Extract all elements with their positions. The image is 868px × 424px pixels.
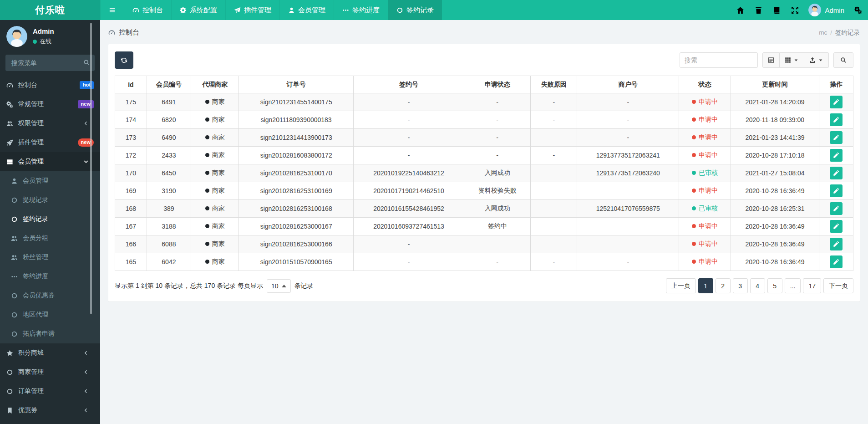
sidebar-item-points-mall[interactable]: 积分商城: [0, 343, 100, 363]
column-header-sign-no: 签约号: [353, 76, 464, 93]
submenu-item-member-coupons[interactable]: 会员优惠券: [0, 286, 100, 305]
home-icon[interactable]: [731, 0, 749, 20]
table-row[interactable]: 174 6820 商家 sign20111809390000183 - - - …: [115, 111, 853, 129]
submenu-item-member-manage[interactable]: 会员管理: [0, 171, 100, 190]
table-row[interactable]: 167 3188 商家 sign20102816253000167 202010…: [115, 218, 853, 235]
sidebar-item-plugin[interactable]: 插件管理 new: [0, 133, 100, 152]
table-search-input[interactable]: [680, 52, 758, 68]
next-page-button[interactable]: 下一页: [823, 278, 853, 293]
page-size-select[interactable]: 10: [267, 279, 291, 293]
sidebar-item-member[interactable]: 会员管理: [0, 152, 100, 171]
cell-member-no: 6820: [147, 111, 191, 129]
sidebar-item-orders[interactable]: 订单管理: [0, 382, 100, 401]
breadcrumb-parent[interactable]: mc: [819, 29, 827, 36]
detail-view-button[interactable]: [762, 52, 780, 68]
ellipsis-icon: [11, 273, 18, 280]
page-button-3[interactable]: 3: [733, 278, 748, 293]
top-menu-plugin[interactable]: 插件管理: [225, 0, 279, 20]
table-row[interactable]: 175 6491 商家 sign21012314551400175 - - - …: [115, 93, 853, 111]
top-menu-sign-progress[interactable]: 签约进度: [334, 0, 388, 20]
column-header-member-no: 会员编号: [147, 76, 191, 93]
table-row[interactable]: 165 6042 商家 sign20101510570900165 - - - …: [115, 253, 853, 271]
cell-merchant-no: 129137735172063240: [577, 164, 679, 182]
agent-dot-icon: [205, 171, 209, 175]
clear-cache-trash-icon[interactable]: [749, 0, 767, 20]
edit-button[interactable]: [830, 255, 843, 268]
edit-button[interactable]: [830, 131, 843, 144]
page-button-17[interactable]: 17: [803, 278, 821, 293]
status-badge: 申请中: [699, 222, 718, 230]
settings-gear-icon[interactable]: [849, 0, 867, 20]
prev-page-button[interactable]: 上一页: [666, 278, 696, 293]
cell-status: 申请中: [679, 182, 731, 200]
edit-button[interactable]: [830, 96, 843, 108]
search-icon: [840, 57, 847, 63]
cell-actions: [819, 218, 853, 235]
cell-status: 申请中: [679, 111, 731, 129]
caret-down-icon: [793, 57, 799, 63]
cell-merchant-no: 129137735172063241: [577, 147, 679, 164]
agent-dot-icon: [205, 189, 209, 193]
submenu-item-shop-applicant[interactable]: 拓店者申请: [0, 324, 100, 343]
submenu-item-region-agent[interactable]: 地区代理: [0, 305, 100, 324]
table-row[interactable]: 166 6088 商家 sign20102816253000166 - 申请中 …: [115, 235, 853, 253]
top-menu-member[interactable]: 会员管理: [279, 0, 334, 20]
cell-status: 申请中: [679, 218, 731, 235]
export-dropdown-button[interactable]: [804, 52, 829, 68]
sidebar-item-coupons[interactable]: 优惠券: [0, 401, 100, 420]
menu-search-input[interactable]: [5, 55, 95, 71]
edit-button[interactable]: [830, 149, 843, 162]
cell-actions: [819, 235, 853, 253]
submenu-item-sign-records[interactable]: 签约记录: [0, 209, 100, 229]
page-button-5[interactable]: 5: [767, 278, 782, 293]
top-menu-sign-records[interactable]: 签约记录: [388, 0, 442, 20]
table-row[interactable]: 170 6450 商家 sign20102816253100170 202010…: [115, 164, 853, 182]
refresh-button[interactable]: [115, 51, 133, 69]
cell-order-no: sign20102816253100168: [239, 200, 353, 218]
sidebar-item-auth[interactable]: 权限管理: [0, 114, 100, 133]
top-menu-system-config[interactable]: 系统配置: [171, 0, 225, 20]
page-button-1[interactable]: 1: [698, 278, 713, 293]
columns-dropdown-button[interactable]: [780, 52, 804, 68]
cell-agent: 商家: [191, 182, 239, 200]
submenu-item-sign-progress[interactable]: 签约进度: [0, 267, 100, 286]
top-menu-dashboard[interactable]: 控制台: [124, 0, 171, 20]
status-badge: 申请中: [699, 151, 718, 158]
fullscreen-icon[interactable]: [786, 0, 804, 20]
status-dot-icon: [692, 260, 696, 264]
sidebar-scrollbar[interactable]: [90, 23, 92, 314]
user-menu[interactable]: Admin: [804, 4, 849, 16]
page-ellipsis-button[interactable]: ...: [785, 278, 801, 293]
pencil-icon: [833, 205, 839, 212]
submenu-item-fans-manage[interactable]: 粉丝管理: [0, 248, 100, 267]
sidebar-item-general[interactable]: 常规管理 new: [0, 95, 100, 114]
cell-id: 173: [115, 129, 147, 147]
cell-fail-reason: -: [531, 111, 577, 129]
cell-agent: 商家: [191, 147, 239, 164]
table-row[interactable]: 168 389 商家 sign20102816253100168 2020101…: [115, 200, 853, 218]
edit-button[interactable]: [830, 202, 843, 215]
table-row[interactable]: 173 6490 商家 sign21012314413900173 - - - …: [115, 129, 853, 147]
edit-button[interactable]: [830, 184, 843, 197]
edit-button[interactable]: [830, 167, 843, 179]
page-button-2[interactable]: 2: [716, 278, 731, 293]
table-row[interactable]: 172 2433 商家 sign20102816083800172 - - - …: [115, 147, 853, 164]
edit-button[interactable]: [830, 238, 843, 250]
submenu-item-member-groups[interactable]: 会员分组: [0, 229, 100, 248]
sidebar-toggle-button[interactable]: [100, 0, 124, 20]
brand-logo[interactable]: 付乐啦: [0, 0, 100, 20]
edit-button[interactable]: [830, 220, 843, 233]
pencil-icon: [833, 241, 839, 247]
sidebar-item-dashboard[interactable]: 控制台 hot: [0, 76, 100, 95]
cell-actions: [819, 182, 853, 200]
cell-agent: 商家: [191, 111, 239, 129]
log-icon[interactable]: [767, 0, 786, 20]
table-row[interactable]: 169 3190 商家 sign20102816253100169 202010…: [115, 182, 853, 200]
page-button-4[interactable]: 4: [750, 278, 765, 293]
edit-button[interactable]: [830, 113, 843, 126]
sidebar-item-merchant[interactable]: 商家管理: [0, 363, 100, 382]
search-toggle-button[interactable]: [833, 52, 853, 68]
cell-id: 166: [115, 235, 147, 253]
status-dot-icon: [692, 242, 696, 246]
submenu-item-withdraw-records[interactable]: 提现记录: [0, 190, 100, 209]
